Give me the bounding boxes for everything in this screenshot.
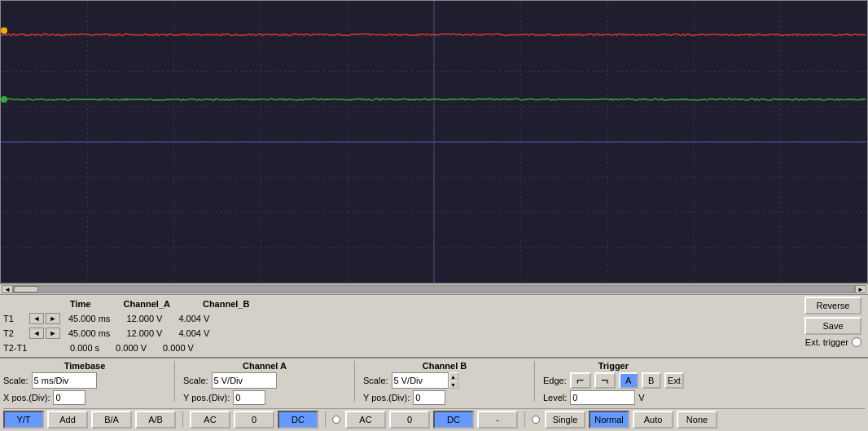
auto-btn[interactable]: Auto	[633, 411, 673, 429]
t1-right-btn[interactable]: ►	[46, 313, 60, 324]
save-button[interactable]: Save	[804, 317, 861, 335]
single-btn[interactable]: Single	[545, 411, 585, 429]
chb2-radio[interactable]	[532, 416, 540, 424]
scroll-left-btn[interactable]: ◄	[2, 285, 13, 293]
level-row: Level: V	[543, 390, 684, 405]
ac-btn[interactable]: AC	[190, 411, 230, 429]
chb-header: Channel_B	[203, 299, 249, 309]
plot-area	[0, 0, 868, 284]
chb-ypos-row: Y pos.(Div):	[363, 390, 526, 405]
channel-a-block: Channel A Scale: Y pos.(Div):	[183, 361, 346, 407]
divider3	[534, 361, 535, 402]
edge-falling-btn[interactable]: ¬	[594, 372, 616, 389]
divider2	[354, 361, 355, 402]
chb-scale-down[interactable]: ▼	[449, 380, 458, 389]
t2t1-values: 0.000 s 0.000 V 0.000 V	[70, 343, 194, 353]
cursor-table: Time Channel_A Channel_B T1 ◄ ► 45.000 m…	[3, 297, 804, 355]
cha-scale-input[interactable]	[212, 372, 277, 389]
channel-b-title: Channel B	[363, 361, 526, 371]
cursor-col-headers: Time Channel_A Channel_B	[70, 299, 249, 309]
chb-ypos-input[interactable]	[413, 390, 445, 405]
scroll-right-btn[interactable]: ►	[855, 285, 866, 293]
ac2-btn[interactable]: AC	[345, 411, 386, 429]
ext-trigger-radio[interactable]	[852, 337, 861, 347]
t1-left-btn[interactable]: ◄	[29, 313, 44, 324]
channel-b-block: Channel B Scale: ▲ ▼ Y pos.(Div):	[363, 361, 526, 407]
t2-row: T2 ◄ ► 45.000 ms 12.000 V 4.004 V	[3, 326, 804, 341]
yt-btn[interactable]: Y/T	[3, 411, 44, 429]
trigger-chb-btn[interactable]: B	[642, 372, 661, 389]
add-btn[interactable]: Add	[47, 411, 88, 429]
edge-label: Edge:	[543, 376, 567, 385]
scrollbar-thumb[interactable]	[14, 286, 38, 292]
t1-time-val: 45.000 ms	[68, 314, 110, 323]
v-label: V	[638, 393, 644, 402]
cha-ypos-row: Y pos.(Div):	[183, 390, 346, 405]
t2-right-btn[interactable]: ►	[46, 328, 60, 339]
zero-btn[interactable]: 0	[234, 411, 274, 429]
t2t1-row: T2-T1 0.000 s 0.000 V 0.000 V	[3, 341, 804, 355]
time-header: Time	[70, 299, 90, 309]
scrollbar-track[interactable]	[13, 285, 855, 293]
normal-btn[interactable]: Normal	[589, 411, 629, 429]
t1-cha-val: 12.000 V	[126, 314, 162, 323]
cursor-header-row: Time Channel_A Channel_B	[3, 297, 804, 311]
h-scrollbar[interactable]: ◄ ►	[0, 284, 868, 295]
cha-scale-label: Scale:	[183, 376, 208, 385]
t2-time-val: 45.000 ms	[68, 328, 110, 338]
divider4	[182, 411, 183, 428]
reverse-button[interactable]: Reverse	[804, 297, 861, 314]
dc-btn[interactable]: DC	[278, 411, 318, 429]
t2-chb-val: 4.004 V	[178, 328, 209, 338]
measurements-bar: Time Channel_A Channel_B T1 ◄ ► 45.000 m…	[0, 295, 868, 358]
oscilloscope-app: ◄ ► Time Channel_A Channel_B T1 ◄	[0, 0, 868, 431]
t1-row: T1 ◄ ► 45.000 ms 12.000 V 4.004 V	[3, 311, 804, 326]
trigger-ext-btn[interactable]: Ext	[664, 372, 684, 389]
trigger-cha-btn[interactable]: A	[619, 372, 638, 389]
level-label: Level:	[543, 393, 567, 402]
divider6	[524, 411, 525, 428]
none-btn[interactable]: None	[677, 411, 717, 429]
ab-btn[interactable]: A/B	[135, 411, 176, 429]
t1-values: 45.000 ms 12.000 V 4.004 V	[68, 314, 209, 323]
t2t1-chb-val: 0.000 V	[163, 343, 194, 353]
t2-left-btn[interactable]: ◄	[29, 328, 44, 339]
timebase-scale-input[interactable]	[32, 372, 97, 389]
channel-a-title: Channel A	[183, 361, 346, 371]
chb-radio[interactable]	[332, 416, 340, 424]
timebase-xpos-row: X pos.(Div):	[3, 390, 166, 405]
xpos-input[interactable]	[53, 390, 85, 405]
top-area	[0, 0, 868, 284]
dash2-btn[interactable]: -	[477, 411, 518, 429]
timebase-block: Timebase Scale: X pos.(Div):	[3, 361, 166, 407]
t2t1-label: T2-T1	[3, 343, 28, 353]
cha-ypos-label: Y pos.(Div):	[183, 393, 230, 402]
scope-canvas	[1, 1, 867, 283]
right-buttons: Reverse Save Ext. trigger	[804, 297, 865, 347]
chb-scale-spinbtns: ▲ ▼	[449, 372, 458, 389]
zero2-btn[interactable]: 0	[389, 411, 430, 429]
cha-scale-row: Scale:	[183, 372, 346, 389]
dc2-btn[interactable]: DC	[433, 411, 474, 429]
controls-bar: Timebase Scale: X pos.(Div): Channel A S…	[0, 358, 868, 431]
chb-scale-up[interactable]: ▲	[449, 372, 458, 380]
divider5	[325, 411, 326, 428]
trigger-title: Trigger	[543, 361, 684, 371]
t2t1-time-val: 0.000 s	[70, 343, 99, 353]
cha-ypos-input[interactable]	[233, 390, 265, 405]
timebase-title: Timebase	[3, 361, 166, 371]
timebase-scale-row: Scale:	[3, 372, 166, 389]
bottom-buttons-row: Y/T Add B/A A/B AC 0 DC AC 0 DC - Single…	[3, 411, 865, 429]
chb-scale-row: Scale: ▲ ▼	[363, 372, 526, 389]
ext-trigger-label: Ext. trigger	[805, 337, 848, 347]
chb-scale-input[interactable]	[392, 372, 449, 389]
trigger-block: Trigger Edge: ⌐ ¬ A B Ext Level: V	[543, 361, 684, 407]
t2-values: 45.000 ms 12.000 V 4.004 V	[68, 328, 209, 338]
cha-header: Channel_A	[123, 299, 169, 309]
ba-btn[interactable]: B/A	[91, 411, 132, 429]
edge-rising-btn[interactable]: ⌐	[570, 372, 591, 389]
t1-chb-val: 4.004 V	[178, 314, 209, 323]
level-input[interactable]	[570, 390, 635, 405]
xpos-label: X pos.(Div):	[3, 393, 50, 402]
chb-scale-spin: ▲ ▼	[392, 372, 458, 389]
